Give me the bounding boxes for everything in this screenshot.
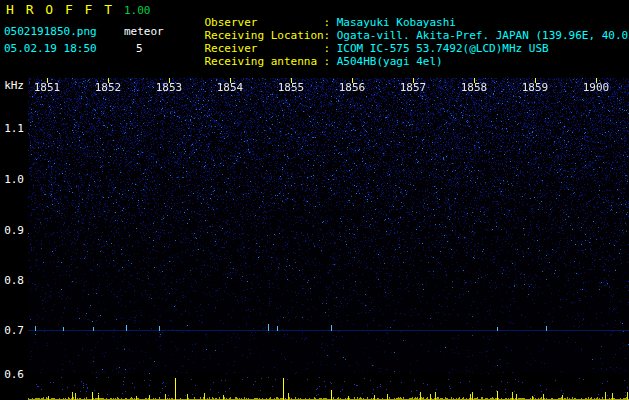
meteor-echo-mark xyxy=(268,324,269,331)
meteor-echo-mark xyxy=(35,326,36,331)
x-tick-label-1858: 1858 xyxy=(459,81,489,94)
carrier-line-0-7khz xyxy=(28,330,629,331)
info-row-antenna: Receiving antenna: A504HB(yagi 4el) xyxy=(178,42,443,81)
x-tick-label-1856: 1856 xyxy=(337,81,367,94)
mode-label: meteor xyxy=(124,25,164,38)
meteor-echo-mark xyxy=(126,325,127,331)
app-version: 1.00 xyxy=(124,4,151,17)
meteor-echo-mark xyxy=(159,326,160,331)
meteor-echo-mark xyxy=(331,325,332,331)
x-tick-label-1857: 1857 xyxy=(398,81,428,94)
x-tick-label-1851: 1851 xyxy=(32,81,62,94)
hrofft-spectrogram-screenshot: H R O F F T 1.00 0502191850.png meteor 0… xyxy=(0,0,629,400)
x-tick-label-1854: 1854 xyxy=(215,81,245,94)
y-tick-label-1-1: 1.1 xyxy=(0,122,24,135)
y-tick-label-0-6: 0.6 xyxy=(0,368,24,381)
app-title: H R O F F T xyxy=(6,3,114,16)
threshold-value: 5 xyxy=(136,42,143,55)
x-tick-label-1900: 1900 xyxy=(581,81,611,94)
spectrogram-panel: 1851 1852 1853 1854 1855 1856 1857 1858 … xyxy=(28,78,629,374)
meteor-echo-mark xyxy=(93,327,94,331)
meteor-echo-mark xyxy=(63,327,64,331)
y-axis-unit-label: kHz xyxy=(0,79,24,92)
y-tick-label-0-7: 0.7 xyxy=(0,324,24,337)
meteor-echo-mark xyxy=(277,326,278,331)
y-tick-label-0-9: 0.9 xyxy=(0,224,24,237)
colon-separator: : xyxy=(324,55,337,68)
amplitude-graph-canvas xyxy=(28,377,629,400)
info-label-antenna: Receiving antenna xyxy=(205,55,324,68)
meteor-echo-mark xyxy=(497,327,498,331)
x-tick-label-1853: 1853 xyxy=(154,81,184,94)
x-tick-label-1852: 1852 xyxy=(93,81,123,94)
amplitude-graph-panel xyxy=(28,377,629,400)
datetime-label: 05.02.19 18:50 xyxy=(4,42,97,55)
x-tick-label-1859: 1859 xyxy=(520,81,550,94)
info-value-antenna: A504HB(yagi 4el) xyxy=(337,55,443,68)
x-tick-label-1855: 1855 xyxy=(276,81,306,94)
y-tick-label-0-8: 0.8 xyxy=(0,274,24,287)
output-filename: 0502191850.png xyxy=(4,25,97,38)
meteor-echo-mark xyxy=(546,326,547,331)
y-tick-label-1-0: 1.0 xyxy=(0,173,24,186)
